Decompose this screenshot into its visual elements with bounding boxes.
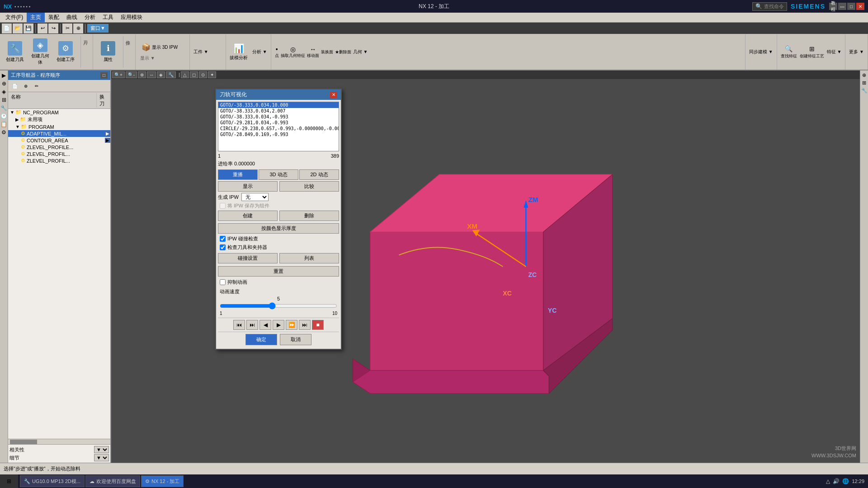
right-icon-1[interactable]: ⊕ <box>862 72 866 78</box>
left-icon-7[interactable]: 📋 <box>0 121 7 127</box>
menu-tools[interactable]: 工具 <box>99 13 117 22</box>
help-button[interactable]: 教程 <box>829 3 837 10</box>
create-btn[interactable]: 创建 <box>218 211 278 221</box>
fast-forward-btn[interactable]: ⏭ <box>299 320 311 330</box>
play-back-btn[interactable]: ◀ <box>259 320 271 330</box>
vp-btn-7[interactable]: △ <box>181 71 189 78</box>
left-icon-1[interactable]: ▶ <box>2 72 6 79</box>
list-btn[interactable]: 列表 <box>279 253 339 263</box>
tb-save[interactable]: 💾 <box>24 23 33 33</box>
tree-item-contour[interactable]: ⚙ CONTOUR_AREA ▶ <box>8 137 110 144</box>
tab-3d[interactable]: 3D 动态 <box>259 169 298 180</box>
tb-redo[interactable]: ↪ <box>48 23 58 33</box>
menu-file[interactable]: 文件(F) <box>2 13 27 22</box>
detail-select[interactable]: ▼ <box>94 454 109 461</box>
delete-btn[interactable]: 删除 <box>279 211 339 221</box>
extract-feature-btn[interactable]: ◎ 抽取几何特征 <box>281 46 305 59</box>
step-forward-btn[interactable]: ⏩ <box>286 320 297 330</box>
tree-item-nc-program[interactable]: ▼ 📁 NC_PROGRAM <box>8 109 110 116</box>
vp-btn-2[interactable]: 🔍- <box>126 71 137 78</box>
tb-undo[interactable]: ↩ <box>38 23 47 33</box>
nav-maximize-btn[interactable]: □ <box>100 72 108 79</box>
nav-tb-btn2[interactable]: ⊕ <box>21 81 31 91</box>
tree-item-program[interactable]: ▼ 📁 PROGRAM <box>8 123 110 130</box>
transform-btn[interactable]: 装换面 <box>321 49 333 55</box>
left-icon-4[interactable]: ⊞ <box>2 97 6 103</box>
cmd-item-1[interactable]: GOTO/-38.333,0.034,2.007 <box>218 108 339 114</box>
left-icon-5[interactable]: 🔧 <box>0 105 7 111</box>
left-icon-6[interactable]: 🕐 <box>0 113 7 119</box>
speed-slider[interactable] <box>220 302 337 310</box>
cmd-item-4[interactable]: CIRCLE/-29.238,0.657,-0.993,-0.0000000,-… <box>218 126 339 131</box>
vp-btn-6[interactable]: 🔧 <box>166 71 176 78</box>
ipw-select[interactable]: 无 保存 显示 <box>241 193 269 201</box>
start-button[interactable]: ⊞ <box>0 474 18 488</box>
create-geom-btn[interactable]: ◈ 创建几何体 <box>29 36 52 68</box>
taskbar-item-ug[interactable]: 🔧 UG10.0 MP13 2D模... <box>20 475 85 487</box>
dialog-title[interactable]: 刀轨可视化 ✕ <box>216 89 341 100</box>
maximize-button[interactable]: □ <box>847 3 855 10</box>
display-3d-ipw-btn[interactable]: 📦 显示 3D IPW <box>139 42 180 53</box>
vp-btn-3[interactable]: ⊕ <box>138 71 146 78</box>
left-icon-3[interactable]: ◈ <box>2 89 6 95</box>
cmd-item-0[interactable]: GOTO/-38.333,0.034,10.000 <box>218 102 339 108</box>
cmd-item-5[interactable]: GOTO/-28.849,0.169,-0.993 <box>218 131 339 137</box>
tab-replay[interactable]: 重播 <box>218 169 258 180</box>
collision-settings-btn[interactable]: 碰撞设置 <box>218 253 278 263</box>
cmd-item-3[interactable]: GOTO/-29.281,0.034,-0.993 <box>218 120 339 126</box>
tree-item-zlevel2[interactable]: ⚙ ZLEVEL_PROFIL... <box>8 150 110 157</box>
tool-holder-checkbox[interactable] <box>220 244 226 250</box>
vp-btn-8[interactable]: ◻ <box>190 71 198 78</box>
tab-2d[interactable]: 2D 动态 <box>299 169 339 180</box>
vp-btn-10[interactable]: ✦ <box>208 71 216 78</box>
tray-icon-1[interactable]: △ <box>826 478 830 484</box>
nav-tb-btn3[interactable]: ✏ <box>32 81 42 91</box>
rewind-btn[interactable]: ⏮ <box>233 320 245 330</box>
nav-tree[interactable]: ▼ 📁 NC_PROGRAM ▶ 📁 未用项 ▼ 📁 PROGRAM <box>8 109 110 439</box>
menu-home[interactable]: 主页 <box>27 13 45 22</box>
tree-item-zlevel3[interactable]: ⚙ ZLEVEL_PROFIL... <box>8 157 110 164</box>
search-box[interactable]: 🔍 查找命令 <box>752 2 787 11</box>
vp-btn-1[interactable]: 🔍+ <box>112 71 125 78</box>
tree-item-zlevel1[interactable]: ⚙ ZLEVEL_PROFILE... <box>8 144 110 150</box>
right-icon-3[interactable]: 🔧 <box>861 88 868 94</box>
tb-cut[interactable]: ✂ <box>62 23 72 33</box>
vp-btn-9[interactable]: ⊙ <box>199 71 207 78</box>
stop-btn[interactable]: ■ <box>312 320 324 330</box>
point-btn[interactable]: • 点 <box>275 46 279 59</box>
compare-btn[interactable]: 比较 <box>279 181 339 192</box>
tray-icon-network[interactable]: 🌐 <box>842 478 849 484</box>
vp-btn-5[interactable]: ◈ <box>157 71 165 78</box>
tb-copy[interactable]: ⊕ <box>73 23 83 33</box>
tb-open[interactable]: 📂 <box>13 23 23 33</box>
create-feature-btn[interactable]: ⊞ 创建特征工艺 <box>800 45 824 59</box>
color-thickness-btn[interactable]: 按颜色显示厚度 <box>218 223 339 234</box>
create-op-btn[interactable]: ⚙ 创建工序 <box>54 36 77 68</box>
collision-checkbox[interactable] <box>220 236 226 242</box>
suppress-anim-checkbox[interactable] <box>220 279 226 285</box>
menu-analysis[interactable]: 分析 <box>81 13 99 22</box>
menu-curve[interactable]: 曲线 <box>63 13 81 22</box>
related-select[interactable]: ▼ <box>94 446 109 453</box>
cmd-item-2[interactable]: GOTO/-38.333,0.034,-0.993 <box>218 114 339 120</box>
right-icon-2[interactable]: ⊞ <box>862 80 866 86</box>
play-forward-btn[interactable]: ▶ <box>273 320 284 330</box>
vp-btn-4[interactable]: ↔ <box>147 71 156 78</box>
find-feature-btn[interactable]: 🔍 查找特征 <box>781 45 797 59</box>
taskbar-item-baidu[interactable]: ☁ 欢迎使用百度网盘 <box>85 475 140 487</box>
menu-applications[interactable]: 应用模块 <box>117 13 146 22</box>
taskbar-item-nx[interactable]: ⚙ NX 12 - 加工 <box>141 475 184 487</box>
viewport[interactable]: ZM XM ZC YC XC 🔍+ 🔍- ⊕ ↔ ◈ 🔧 | △ ◻ ⊙ ✦ <box>111 70 860 463</box>
tray-icon-2[interactable]: 🔊 <box>833 478 840 484</box>
cancel-btn[interactable]: 取消 <box>280 334 311 345</box>
tb-new[interactable]: 📄 <box>2 23 12 33</box>
nav-hscroll[interactable] <box>8 439 110 444</box>
minimize-button[interactable]: — <box>838 3 846 10</box>
display-btn[interactable]: 显示 <box>218 181 278 192</box>
left-icon-8[interactable]: ⚙ <box>1 129 6 136</box>
close-button[interactable]: ✕ <box>856 3 864 10</box>
left-icon-2[interactable]: ⊕ <box>2 80 6 87</box>
step-back-btn[interactable]: ⏭ <box>246 320 258 330</box>
tree-item-unused[interactable]: ▶ 📁 未用项 <box>8 116 110 123</box>
ok-btn[interactable]: 确定 <box>245 334 277 345</box>
